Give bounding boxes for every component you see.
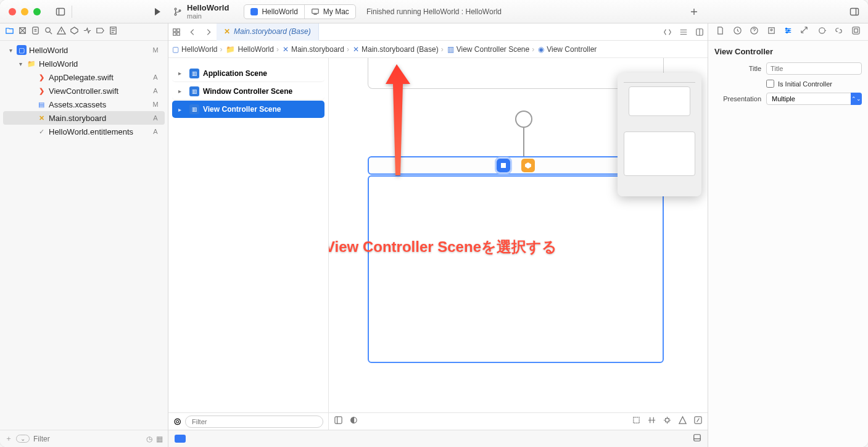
related-items-button[interactable] xyxy=(168,28,184,36)
nav-forward-button[interactable] xyxy=(200,28,217,36)
breadcrumb-item[interactable]: ›▥View Controller Scene xyxy=(440,45,530,54)
project-navigator-tab[interactable] xyxy=(5,26,14,38)
minimize-window-button[interactable] xyxy=(21,8,28,15)
breakpoint-navigator-tab[interactable] xyxy=(96,26,105,38)
issue-navigator-tab[interactable] xyxy=(57,26,66,38)
svg-point-32 xyxy=(786,31,787,33)
device-icon xyxy=(311,7,320,16)
title-field[interactable] xyxy=(766,62,862,75)
svg-point-2 xyxy=(175,8,176,10)
source-control-navigator-tab[interactable] xyxy=(18,26,27,38)
titlebar: HelloWorld main HelloWorld My Mac Finish… xyxy=(0,0,868,23)
size-inspector-tab[interactable] xyxy=(800,26,809,38)
zoom-fit-button[interactable] xyxy=(632,416,641,427)
initial-controller-label: Is Initial Controller xyxy=(778,80,832,88)
debug-view-icon[interactable] xyxy=(175,435,186,443)
history-inspector-tab[interactable] xyxy=(733,26,742,38)
svg-rect-12 xyxy=(173,28,176,31)
storyboard-icon: ✕ xyxy=(224,27,230,36)
document-outline: ▸▥Application Scene▸▥Window Controller S… xyxy=(168,58,328,412)
add-editor-button[interactable] xyxy=(692,28,708,36)
breadcrumb-item[interactable]: ›✕Main.storyboard (Base) xyxy=(345,45,439,54)
presentation-label: Presentation xyxy=(714,95,761,102)
pin-button[interactable] xyxy=(663,416,672,427)
outline-filter-icon: ⊚ xyxy=(173,416,181,427)
identity-inspector-tab[interactable] xyxy=(767,26,776,38)
breadcrumb-item[interactable]: ›📁HelloWorld xyxy=(218,45,273,54)
breadcrumb-item[interactable]: ▢HelloWorld xyxy=(172,45,217,54)
breadcrumb-bar[interactable]: ▢HelloWorld›📁HelloWorld›✕Main.storyboard… xyxy=(168,41,708,58)
add-tab-button[interactable] xyxy=(685,5,703,19)
adjust-editor-button[interactable] xyxy=(676,28,692,36)
embed-button[interactable] xyxy=(693,416,703,427)
file-row[interactable]: ✓HelloWorld.entitlementsA xyxy=(3,125,165,138)
attributes-inspector-tab[interactable] xyxy=(783,26,793,38)
svg-rect-13 xyxy=(177,28,180,31)
add-file-button[interactable]: ＋ xyxy=(5,433,12,444)
close-window-button[interactable] xyxy=(9,8,16,15)
bindings-inspector-tab[interactable] xyxy=(834,26,843,38)
breadcrumb-item[interactable]: ›✕Main.storyboard xyxy=(275,45,344,54)
first-responder-icon[interactable] xyxy=(521,159,535,172)
file-row[interactable]: ▤Assets.xcassetsM xyxy=(3,98,165,111)
zoom-window-button[interactable] xyxy=(33,8,41,15)
help-inspector-tab[interactable] xyxy=(750,26,759,38)
svg-rect-18 xyxy=(335,417,342,424)
navigator-filter-input[interactable] xyxy=(33,435,143,443)
canvas-minimap[interactable] xyxy=(618,73,701,196)
recent-files-icon[interactable]: ◷ xyxy=(146,435,152,443)
appearance-toggle-button[interactable] xyxy=(349,416,358,427)
svg-rect-21 xyxy=(634,417,639,423)
compare-button[interactable] xyxy=(659,28,676,36)
run-button[interactable] xyxy=(149,5,166,19)
branch-name: main xyxy=(187,13,229,20)
svg-point-29 xyxy=(771,29,772,31)
align-button[interactable] xyxy=(647,416,656,427)
title-label: Title xyxy=(714,65,761,72)
find-navigator-tab[interactable] xyxy=(44,26,53,38)
svg-point-10 xyxy=(46,28,51,33)
report-navigator-tab[interactable] xyxy=(109,26,118,38)
file-row[interactable]: ▾📁HelloWorld xyxy=(3,57,165,70)
outline-row[interactable]: ▸▥View Controller Scene xyxy=(172,101,324,118)
library-button[interactable] xyxy=(846,5,863,19)
initial-controller-checkbox[interactable] xyxy=(766,80,774,88)
view-controller-view[interactable] xyxy=(368,175,664,363)
file-row[interactable]: ▾▢HelloWorldM xyxy=(3,43,165,57)
toggle-debug-area-button[interactable] xyxy=(693,433,701,444)
filter-scope-toggle[interactable]: ⌄ xyxy=(16,435,30,443)
symbol-navigator-tab[interactable] xyxy=(31,26,40,38)
outline-filter-input[interactable] xyxy=(185,416,323,428)
file-row[interactable]: ❯AppDelegate.swiftA xyxy=(3,70,165,84)
toggle-navigator-icon[interactable] xyxy=(52,5,69,19)
scm-filter-icon[interactable]: ▦ xyxy=(156,435,163,443)
file-row[interactable]: ❯ViewController.swiftA xyxy=(3,84,165,98)
jump-bar: ✕ Main.storyboard (Base) xyxy=(168,23,708,41)
storyboard-canvas[interactable]: 「View Controller Sceneを選択する xyxy=(329,58,708,430)
svg-rect-22 xyxy=(666,419,669,422)
debug-navigator-tab[interactable] xyxy=(83,26,92,38)
svg-point-33 xyxy=(819,28,825,33)
branch-icon xyxy=(173,7,182,16)
outline-row[interactable]: ▸▥Window Controller Scene xyxy=(172,83,324,100)
connections-inspector-tab[interactable] xyxy=(817,26,827,38)
scheme-selector[interactable]: HelloWorld My Mac xyxy=(244,4,355,19)
svg-rect-35 xyxy=(854,29,858,33)
resolve-issues-button[interactable] xyxy=(678,416,687,427)
editor-tab[interactable]: ✕ Main.storyboard (Base) xyxy=(217,23,319,41)
editor-tab-label: Main.storyboard (Base) xyxy=(234,27,311,36)
breadcrumb-item[interactable]: ›◉View Controller xyxy=(531,45,597,54)
effects-inspector-tab[interactable] xyxy=(851,26,861,38)
nav-back-button[interactable] xyxy=(184,28,200,36)
svg-rect-9 xyxy=(33,27,38,34)
presentation-select[interactable]: Multiple xyxy=(766,93,862,105)
svg-rect-17 xyxy=(501,163,506,168)
outline-row[interactable]: ▸▥Application Scene xyxy=(172,65,324,82)
file-tree: ▾▢HelloWorldM▾📁HelloWorld❯AppDelegate.sw… xyxy=(0,41,168,430)
toggle-outline-button[interactable] xyxy=(334,416,343,427)
test-navigator-tab[interactable] xyxy=(70,26,79,38)
file-inspector-tab[interactable] xyxy=(716,26,725,38)
file-row[interactable]: ✕Main.storyboardA xyxy=(3,111,165,125)
view-controller-icon[interactable] xyxy=(497,159,510,172)
project-name: HelloWorld xyxy=(187,4,229,12)
